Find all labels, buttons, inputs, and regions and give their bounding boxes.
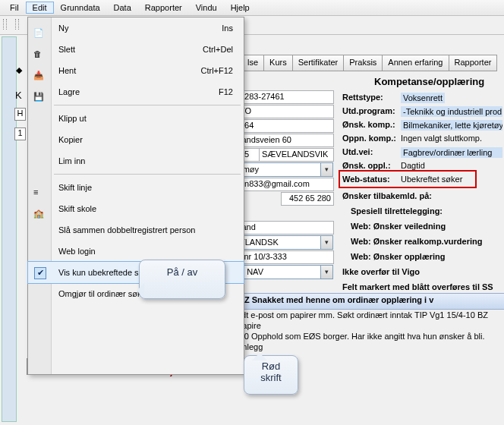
combo-nav[interactable]: e NAV (237, 265, 333, 279)
menuitem-web-login[interactable]: Web login (28, 241, 244, 262)
menuitem-shortcut: F12 (219, 81, 233, 102)
webreal-label: Web: Ønsker realkomp.vurdering (351, 237, 482, 246)
webveil-label: Web: Ønsker veiledning (351, 222, 446, 231)
toolbar-grip (15, 19, 19, 30)
bz-line2: -10 Opphold som EØS borger. Har ikke ang… (237, 332, 485, 351)
menuitem-label: Skift skole (58, 204, 96, 213)
menuitem-kopier[interactable]: Kopier (28, 129, 244, 150)
tab-annen-erfaring[interactable]: Annen erfaring (382, 55, 449, 71)
utdprogram-label: Utd.program: (342, 106, 395, 115)
menuitem-label: Ny (58, 24, 68, 33)
fetch-icon: 📥 (33, 65, 46, 77)
field-phone[interactable]: 452 65 280 (281, 192, 334, 206)
menuitem-hent[interactable]: 📥 Hent Ctrl+F12 (28, 60, 244, 81)
oppnkomp-label: Oppn. komp.: (342, 134, 396, 143)
menuitem-label: Hent (58, 66, 76, 75)
bz-body: ndt e-post om papirer mm. Søkt ordinært … (237, 310, 501, 352)
separator (54, 174, 241, 175)
field-addr[interactable]: landsveien 60 (237, 134, 334, 147)
onskkomp-value[interactable]: Bilmekaniker, lette kjøretøy (401, 120, 502, 131)
menuitem-label: Kopier (58, 135, 83, 144)
menu-hjelp[interactable]: Hjelp (224, 2, 257, 14)
toolbar-grip (3, 19, 7, 30)
check-icon: ✔ (34, 267, 46, 279)
callout-rod-skrift: Rød skrift (244, 355, 298, 395)
feltblaa-label: Felt markert med blått overføres til SS (342, 282, 493, 291)
left-letter-h[interactable]: H (14, 108, 26, 121)
menuitem-slaa-sammen[interactable]: Slå sammen dobbeltregistrert person (28, 219, 244, 241)
menu-grunndata[interactable]: Grunndata (54, 2, 107, 14)
delete-icon: 🗑 (33, 43, 46, 55)
rettstype-label: Rettstype: (342, 93, 383, 102)
utdvei-label: Utd.vei: (342, 147, 373, 156)
field-564[interactable]: 564 (237, 119, 334, 133)
palette-icon: ◆ (16, 65, 27, 76)
menuitem-lagre[interactable]: 💾 Lagre F12 (28, 81, 244, 102)
tab-praksis[interactable]: Praksis (343, 55, 383, 71)
line-icon: ≡ (33, 181, 46, 194)
menuitem-ny[interactable]: 📄 Ny Ins (28, 17, 244, 39)
ikkevigo-label: Ikke overfør til Vigo (342, 267, 420, 276)
menu-rapporter[interactable]: Rapporter (138, 2, 189, 14)
new-icon: 📄 (33, 22, 46, 34)
bz-line1: ndt e-post om papirer mm. Søkt ordinært … (237, 310, 488, 330)
field-land[interactable]: land (237, 221, 334, 235)
menuitem-label: Klipp ut (58, 114, 87, 123)
tab-rapporter[interactable]: Rapporter (449, 55, 498, 71)
menuitem-label: Web login (58, 247, 96, 256)
oppnkomp-value: Ingen valgt sluttkomp. (401, 134, 482, 143)
onskoppl-value: Dagtid (401, 161, 425, 170)
left-letter-k: K (15, 90, 22, 101)
left-num[interactable]: 1 (14, 128, 26, 140)
onskoppl-label: Ønsk. oppl.: (342, 161, 391, 170)
school-icon: 🏫 (33, 203, 46, 215)
bz-titlebar: BZ Snakket med henne om ordinær opplærin… (233, 293, 504, 310)
field-knr[interactable]: knr 10/3-333 (237, 250, 334, 264)
menuitem-label: Lagre (58, 87, 80, 96)
rettstype-value[interactable]: Voksenrett (401, 93, 445, 103)
left-sidebar (2, 36, 17, 422)
weboppl-label: Web: Ønsker opplæring (351, 252, 445, 261)
tab-kurs[interactable]: Kurs (263, 55, 293, 71)
utdvei-value[interactable]: Fagbrev/ordinær lærling (401, 147, 502, 158)
combo-tlandsk[interactable]: TLANDSK (237, 235, 333, 250)
save-icon: 💾 (33, 86, 46, 98)
menubar: Fil Edit Grunndata Data Rapporter Vindu … (0, 0, 504, 16)
menuitem-label: Skift linje (58, 183, 92, 192)
field-id[interactable]: 1283-27461 (237, 90, 334, 104)
field-to[interactable]: TO (237, 105, 334, 118)
menuitem-shortcut: Ctrl+F12 (201, 60, 234, 81)
utdprogram-value[interactable]: -Teknikk og industriell prod (401, 106, 502, 117)
menuitem-liminn[interactable]: Lim inn (28, 150, 244, 172)
tab-sertifikater[interactable]: Sertifikater (292, 55, 345, 71)
menuitem-skift-linje[interactable]: ≡ Skift linje (28, 177, 244, 198)
menu-edit[interactable]: Edit (26, 2, 54, 14)
menuitem-klippu[interactable]: Klipp ut (28, 108, 244, 129)
menuitem-shortcut: Ctrl+Del (203, 39, 233, 60)
menuitem-label: Slett (58, 45, 75, 54)
tab-lse[interactable]: lse (241, 55, 264, 71)
menuitem-label: Lim inn (58, 156, 85, 165)
menuitem-slett[interactable]: 🗑 Slett Ctrl+Del (28, 39, 244, 60)
onskkomp-label: Ønsk. komp.: (342, 120, 395, 129)
tilbakemeld-label: Ønsker tilbakemld. på: (342, 191, 432, 200)
menu-fil[interactable]: Fil (3, 2, 26, 14)
section-title: Kompetanse/opplæring (374, 76, 484, 87)
separator (54, 105, 241, 105)
webstatus-highlight (339, 170, 477, 188)
menu-data[interactable]: Data (107, 2, 138, 14)
menuitem-skift-skole[interactable]: 🏫 Skift skole (28, 198, 244, 219)
field-email[interactable]: rin833@gmail.com (237, 178, 334, 191)
menuitem-label: Slå sammen dobbeltregistrert person (58, 225, 195, 235)
combo-rmoy[interactable]: rmøy (237, 162, 333, 177)
menuitem-shortcut: Ins (222, 17, 233, 39)
spesiell-label: Spesiell tilrettelegging: (351, 206, 443, 216)
menu-vindu[interactable]: Vindu (189, 2, 224, 14)
callout-paa-av: På / av (139, 260, 225, 299)
field-poststed[interactable]: SÆVELANDSVIK (259, 148, 334, 162)
tab-row: lse Kurs Sertifikater Praksis Annen erfa… (241, 55, 496, 71)
edit-dropdown: 📄 Ny Ins 🗑 Slett Ctrl+Del 📥 Hent Ctrl+F1… (27, 17, 244, 375)
